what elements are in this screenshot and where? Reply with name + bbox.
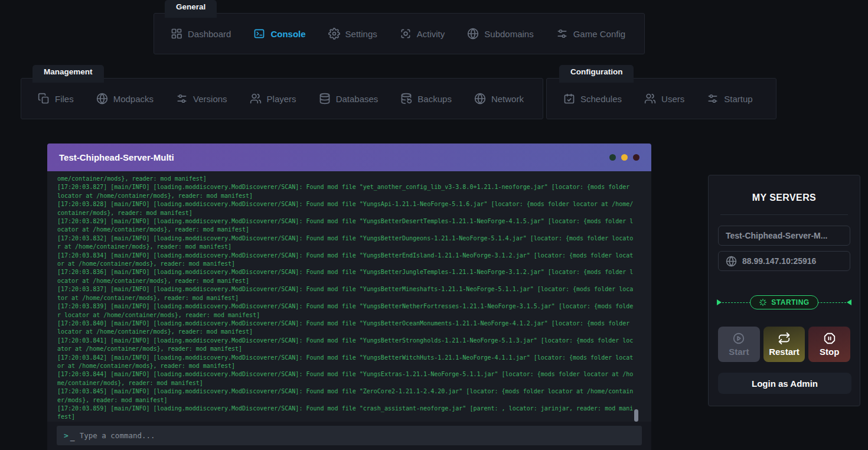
tab-users[interactable]: Users: [644, 93, 684, 105]
tab-label: Console: [270, 29, 305, 39]
nav-group-management: Management FilesModpacksVersionsPlayersD…: [21, 78, 543, 119]
prompt-cursor-icon: _: [70, 432, 75, 441]
log-line: [17:20:03.845] [main/INFO] [loading.modd…: [57, 387, 642, 396]
tab-network[interactable]: Network: [474, 93, 524, 105]
log-line: ator at /home/container/mods}, reader: m…: [57, 345, 642, 353]
tab-label: Users: [661, 94, 684, 104]
sliders-icon: [707, 93, 719, 105]
command-input[interactable]: [80, 431, 635, 440]
tab-schedules[interactable]: Schedules: [563, 93, 622, 105]
server-name-field[interactable]: Test-Chiphead-Server-M...: [718, 226, 850, 246]
power-controls: Start Restart Stop: [718, 327, 850, 362]
calendar-check-icon: [563, 93, 575, 105]
tab-label: Settings: [345, 29, 377, 39]
command-bar: > _: [57, 426, 642, 445]
tab-backups[interactable]: Backups: [400, 93, 452, 105]
console-panel: Test-Chiphead-Server-Multi ome/container…: [47, 144, 651, 450]
my-servers-title: MY SERVERS: [709, 193, 860, 203]
terminal-icon: [253, 28, 265, 40]
status-arrow-right-icon: [847, 299, 851, 305]
restart-button-label: Restart: [769, 347, 800, 357]
database-icon: [319, 93, 331, 105]
stop-octagon-icon: [823, 332, 836, 345]
tabbar-management: FilesModpacksVersionsPlayersDatabasesBac…: [21, 78, 543, 119]
tab-label: Files: [55, 94, 74, 104]
log-line: or at /home/container/mods}, reader: mod…: [57, 260, 642, 268]
start-button[interactable]: Start: [718, 327, 760, 362]
nav-group-management-label: Management: [32, 65, 104, 83]
tab-game-config[interactable]: Game Config: [556, 28, 625, 40]
dashboard-icon: [171, 28, 182, 40]
stop-button[interactable]: Stop: [808, 327, 850, 362]
server-panel-page: General DashboardConsoleSettingsActivity…: [0, 0, 868, 450]
tab-label: Subdomains: [484, 29, 533, 39]
tab-label: Game Config: [573, 29, 625, 39]
nav-group-configuration-label: Configuration: [559, 65, 634, 83]
log-line: [17:20:03.839] [main/INFO] [loading.modd…: [57, 302, 642, 311]
login-as-admin-button[interactable]: Login as Admin: [718, 373, 851, 394]
globe-icon: [474, 93, 486, 105]
sliders-icon: [556, 28, 568, 40]
nav-group-general: General DashboardConsoleSettingsActivity…: [154, 13, 645, 54]
log-line: [17:20:03.842] [main/INFO] [loading.modd…: [57, 354, 642, 362]
globe-icon: [726, 256, 737, 267]
status-badge-label: STARTING: [771, 298, 809, 306]
tab-versions[interactable]: Versions: [176, 93, 227, 105]
gear-icon: [328, 28, 340, 40]
nav-group-general-label: General: [165, 0, 217, 18]
tab-files[interactable]: Files: [38, 93, 74, 105]
tab-databases[interactable]: Databases: [319, 93, 378, 105]
log-line: or at /home/container/mods}, reader: mod…: [57, 362, 642, 370]
console-scrollbar-thumb[interactable]: [634, 409, 638, 422]
log-line: [17:20:03.836] [main/INFO] [loading.modd…: [57, 268, 642, 276]
tabbar-configuration: SchedulesUsersStartup: [546, 78, 776, 119]
tab-label: Databases: [336, 94, 378, 104]
log-line: r locator at /home/container/mods}, read…: [57, 311, 642, 319]
users-icon: [644, 93, 656, 105]
tab-console[interactable]: Console: [253, 28, 305, 40]
scan-icon: [400, 28, 412, 40]
log-line: r at /home/container/mods}, reader: mod …: [57, 243, 642, 251]
log-line: me/container/mods}, reader: mod manifest…: [57, 379, 642, 387]
console-header: Test-Chiphead-Server-Multi: [47, 144, 651, 171]
sliders-icon: [176, 93, 188, 105]
log-line: [17:20:03.840] [main/INFO] [loading.modd…: [57, 319, 642, 328]
log-line: [17:20:03.841] [main/INFO] [loading.modd…: [57, 337, 642, 345]
start-button-label: Start: [729, 347, 749, 357]
tab-label: Startup: [724, 94, 752, 104]
log-line: ocator at /home/container/mods}, reader:…: [57, 226, 642, 234]
tab-label: Modpacks: [113, 94, 154, 104]
spinner-icon: [759, 298, 767, 306]
log-line: ome/container/mods}, reader: mod manifes…: [57, 175, 642, 183]
tab-players[interactable]: Players: [250, 93, 296, 105]
server-address-value: 88.99.147.10:25916: [742, 256, 816, 266]
log-line: [17:20:03.829] [main/INFO] [loading.modd…: [57, 217, 642, 226]
tab-label: Activity: [417, 29, 445, 39]
server-status-row: STARTING: [717, 295, 851, 310]
tab-label: Schedules: [580, 94, 622, 104]
tab-startup[interactable]: Startup: [707, 93, 752, 105]
tab-label: Backups: [417, 94, 452, 104]
tab-subdomains[interactable]: Subdomains: [467, 28, 533, 40]
status-badge: STARTING: [750, 295, 818, 309]
tab-modpacks[interactable]: Modpacks: [96, 93, 154, 105]
status-dot-starting-icon: [621, 154, 628, 161]
users-icon: [250, 93, 262, 105]
tab-dashboard[interactable]: Dashboard: [171, 28, 231, 40]
tab-label: Versions: [193, 94, 227, 104]
log-line: [17:20:03.832] [main/INFO] [loading.modd…: [57, 234, 642, 243]
server-address-field[interactable]: 88.99.147.10:25916: [718, 251, 850, 271]
files-icon: [38, 93, 50, 105]
log-line: [17:20:03.844] [main/INFO] [loading.modd…: [57, 370, 642, 379]
tab-settings[interactable]: Settings: [328, 28, 377, 40]
status-arrow-left-icon: [717, 299, 722, 305]
server-title: Test-Chiphead-Server-Multi: [59, 152, 609, 162]
console-log[interactable]: ome/container/mods}, reader: mod manifes…: [47, 171, 651, 422]
tab-label: Dashboard: [188, 29, 231, 39]
tab-activity[interactable]: Activity: [400, 28, 445, 40]
stop-button-label: Stop: [820, 347, 839, 357]
restart-button[interactable]: Restart: [763, 327, 805, 362]
log-line: locator at /home/container/mods}, reader…: [57, 328, 642, 336]
my-servers-panel: MY SERVERS Test-Chiphead-Server-M... 88.…: [708, 175, 860, 406]
log-line: ocator at /home/container/mods}, reader:…: [57, 277, 642, 285]
